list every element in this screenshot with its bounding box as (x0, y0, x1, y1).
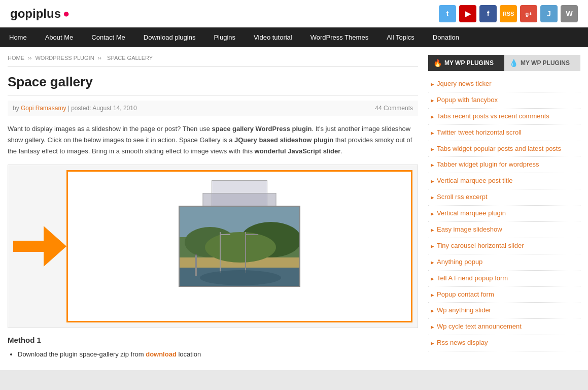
post-meta: by Gopi Ramasamy | posted: August 14, 20… (8, 101, 418, 116)
youtube-icon[interactable]: ▶ (459, 5, 476, 22)
wordpress-icon[interactable]: W (561, 5, 578, 22)
plugin-link[interactable]: Vertical marquee post title (437, 177, 513, 185)
plugin-link[interactable]: Tell A Friend popup form (437, 274, 508, 283)
list-item: Easy image slideshow (428, 222, 580, 238)
nav-download[interactable]: Download plugins (134, 27, 205, 47)
post-comments: 44 Comments (375, 105, 413, 112)
site-logo: gopiplus● (10, 7, 70, 21)
post-author-link[interactable]: Gopi Ramasamy (21, 105, 66, 112)
list-item: Tell A Friend popup form (428, 271, 580, 287)
svg-point-11 (200, 270, 281, 285)
list-item: Download the plugin space-gallery zip fr… (18, 349, 418, 360)
sidebar-tab-2[interactable]: 💧 MY WP PLUGINS (504, 55, 580, 71)
list-item: Jquery news ticker (428, 76, 580, 92)
breadcrumb-home[interactable]: HOME (8, 55, 24, 61)
demo-area: Demo (8, 165, 418, 328)
plugin-link[interactable]: Popup contact form (437, 290, 494, 299)
logo-icon: ● (63, 7, 70, 20)
breadcrumb: HOME ›› WORDPRESS PLUGIN ›› SPACE GALLER… (8, 55, 418, 67)
plugin-link[interactable]: Easy image slideshow (437, 225, 502, 234)
nav-contact[interactable]: Contact Me (82, 27, 134, 47)
list-item: Tabs widget popular posts and latest pos… (428, 141, 580, 157)
list-item: Popup with fancybox (428, 92, 580, 109)
plugin-link[interactable]: Scroll rss excerpt (437, 193, 488, 202)
tab2-label: MY WP PLUGINS (521, 59, 570, 67)
demo-arrow-container: Demo (13, 226, 66, 267)
plugin-link[interactable]: Popup with fancybox (437, 96, 498, 105)
joomla-icon[interactable]: J (540, 5, 558, 22)
plugin-link[interactable]: Tabs widget popular posts and latest pos… (437, 145, 561, 153)
sidebar-plugin-list: Jquery news tickerPopup with fancyboxTab… (428, 76, 580, 351)
plugin-link[interactable]: Twitter tweet horizontal scroll (437, 128, 522, 137)
nav-about[interactable]: About Me (36, 27, 83, 47)
list-item: Vertical marquee plugin (428, 206, 580, 222)
tab1-label: MY WP PLUGINS (444, 59, 494, 67)
fire-icon: 🔥 (433, 59, 442, 67)
slide-main-image (179, 206, 300, 287)
nav-plugins[interactable]: Plugins (204, 27, 245, 47)
list-item: Wp anything slider (428, 303, 580, 319)
drop-icon: 💧 (509, 59, 518, 67)
scene-svg (180, 207, 300, 287)
plugin-link[interactable]: Tabber widget plugin for wordpress (437, 160, 539, 169)
list-item: Twitter tweet horizontal scroll (428, 125, 580, 141)
main-nav: Home About Me Contact Me Download plugin… (0, 27, 588, 47)
plugin-link[interactable]: Rss news display (437, 339, 488, 347)
nav-topics[interactable]: All Topics (377, 27, 424, 47)
nav-home[interactable]: Home (0, 27, 36, 47)
plugin-link[interactable]: Tabs recent posts vs recent comments (437, 112, 549, 121)
plugin-link[interactable]: Wp anything slider (437, 306, 491, 315)
list-item: Scroll rss excerpt (428, 189, 580, 206)
nav-themes[interactable]: WordPress Themes (301, 27, 377, 47)
social-icons-container: t ▶ f RSS g+ J W (439, 5, 578, 22)
logo-text: gopiplus (10, 7, 61, 21)
plugin-link[interactable]: Anything popup (437, 258, 482, 267)
download-bold: download (146, 350, 177, 358)
main-content: HOME ›› WORDPRESS PLUGIN ›› SPACE GALLER… (8, 55, 418, 363)
list-item: Tiny carousel horizontal slider (428, 238, 580, 254)
slide-stack (179, 206, 300, 287)
method1-list: Download the plugin space-gallery zip fr… (18, 349, 418, 360)
plugin-name-bold: space gallery WordPress plugin (212, 125, 312, 133)
rss-icon[interactable]: RSS (500, 5, 517, 22)
twitter-icon[interactable]: t (439, 5, 456, 22)
plugin-link[interactable]: Jquery news ticker (437, 80, 492, 88)
nav-donation[interactable]: Donation (424, 27, 468, 47)
sidebar: 🔥 MY WP PLUGINS 💧 MY WP PLUGINS Jquery n… (428, 55, 580, 363)
list-item: Tabber widget plugin for wordpress (428, 157, 580, 173)
breadcrumb-current: SPACE GALLERY (107, 55, 153, 61)
demo-label: Demo (18, 242, 41, 251)
nav-video[interactable]: Video tutorial (245, 27, 301, 47)
list-item: Rss news display (428, 335, 580, 351)
facebook-icon[interactable]: f (479, 5, 497, 22)
post-content: Want to display images as a slideshow in… (8, 123, 418, 157)
list-item: Vertical marquee post title (428, 173, 580, 189)
svg-point-6 (205, 232, 276, 263)
list-item: Wp cycle text announcement (428, 319, 580, 335)
breadcrumb-plugin[interactable]: WORDPRESS PLUGIN (35, 55, 94, 61)
method1-title: Method 1 (8, 336, 418, 344)
plugin-link[interactable]: Vertical marquee plugin (437, 209, 506, 218)
gplus-icon[interactable]: g+ (520, 5, 537, 22)
arrow-head (44, 226, 66, 267)
plugin-link[interactable]: Tiny carousel horizontal slider (437, 242, 524, 250)
jquery-bold: JQuery based slideshow plugin (234, 136, 333, 144)
list-item: Anything popup (428, 254, 580, 271)
download-link[interactable]: download (146, 350, 177, 358)
sidebar-tab-1[interactable]: 🔥 MY WP PLUGINS (428, 55, 504, 71)
list-item: Tabs recent posts vs recent comments (428, 109, 580, 125)
slideshow-container[interactable] (66, 170, 412, 322)
slide-image (180, 207, 299, 286)
list-item: Popup contact form (428, 287, 580, 303)
plugin-link[interactable]: Wp cycle text announcement (437, 322, 522, 331)
post-date: August 14, 2010 (92, 105, 136, 112)
sidebar-tabs: 🔥 MY WP PLUGINS 💧 MY WP PLUGINS (428, 55, 580, 71)
slider-bold: wonderful JavaScript slider (255, 147, 341, 155)
post-title: Space gallery (8, 74, 418, 95)
post-author-line: by Gopi Ramasamy | posted: August 14, 20… (13, 105, 137, 112)
